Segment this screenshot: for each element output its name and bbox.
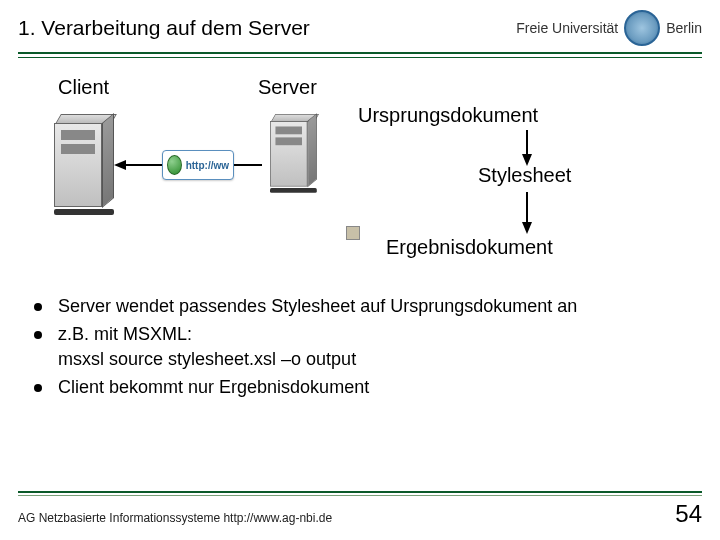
ergebnis-document-icon (346, 226, 360, 240)
bullet-list: Server wendet passendes Stylesheet auf U… (30, 294, 690, 399)
logo-seal-icon (624, 10, 660, 46)
bullet-text: Client bekommt nur Ergebnisdokument (58, 377, 369, 397)
footer-text: AG Netzbasierte Informationssysteme http… (18, 511, 332, 525)
ergebnis-label: Ergebnisdokument (386, 236, 553, 259)
page-number: 54 (675, 500, 702, 528)
slide-title: 1. Verarbeitung auf dem Server (18, 16, 516, 40)
client-tower-icon (54, 114, 112, 214)
logo-text: Freie Universität (516, 20, 618, 36)
ursprung-label: Ursprungsdokument (358, 104, 538, 127)
slide-footer: AG Netzbasierte Informationssysteme http… (18, 491, 702, 528)
http-chip: http://ww (162, 150, 234, 180)
stylesheet-label: Stylesheet (478, 164, 571, 187)
arrow-ursprung-stylesheet (526, 130, 528, 156)
http-arrow-head-icon (114, 160, 126, 170)
http-chip-text: http://ww (186, 160, 229, 171)
arrow-ursprung-stylesheet-head-icon (522, 154, 532, 166)
bullet-text: z.B. mit MSXML: msxsl source stylesheet.… (58, 324, 356, 368)
bullet-text: Server wendet passendes Stylesheet auf U… (58, 296, 577, 316)
server-tower-icon (270, 114, 315, 192)
arrow-stylesheet-ergebnis-head-icon (522, 222, 532, 234)
university-logo: Freie Universität Berlin (516, 10, 702, 46)
bullet-item: z.B. mit MSXML: msxsl source stylesheet.… (30, 322, 690, 371)
client-label: Client (58, 76, 109, 99)
arrow-stylesheet-ergebnis (526, 192, 528, 224)
header-divider (18, 52, 702, 58)
slide-header: 1. Verarbeitung auf dem Server Freie Uni… (0, 0, 720, 48)
bullet-item: Client bekommt nur Ergebnisdokument (30, 375, 690, 399)
server-label: Server (258, 76, 317, 99)
globe-icon (167, 155, 182, 175)
diagram-area: Client Server Ursprungsdokument Styleshe… (18, 68, 702, 288)
logo-city: Berlin (666, 20, 702, 36)
bullet-item: Server wendet passendes Stylesheet auf U… (30, 294, 690, 318)
